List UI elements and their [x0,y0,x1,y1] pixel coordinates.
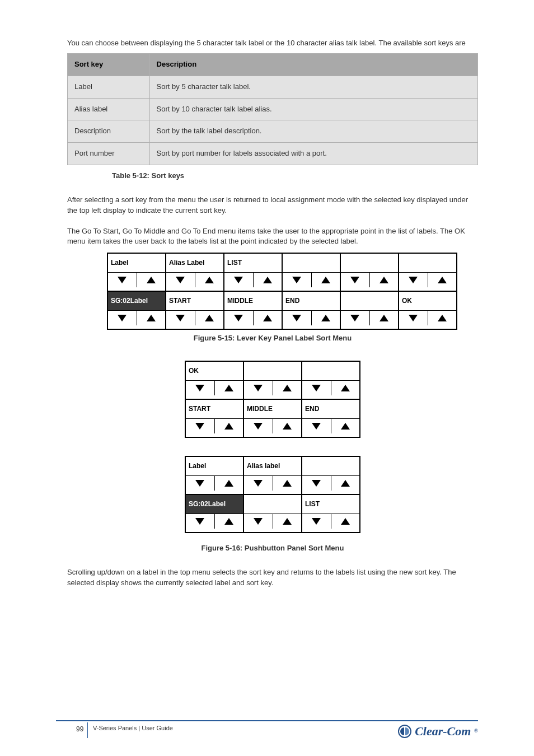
up-arrow-icon [438,315,447,321]
up-arrow-icon [341,423,350,430]
table-header-description: Description [149,53,477,76]
footer-doc-title: V-Series Panels | User Guide [93,725,173,732]
down-arrow-icon [234,277,243,283]
display-cell: Label [107,253,166,272]
up-arrow-icon [205,315,214,321]
up-arrow-icon [380,315,388,321]
up-arrow-icon [283,518,292,525]
figure-caption: Figure 5-15: Lever Key Panel Label Sort … [67,333,478,344]
down-arrow-icon [195,423,204,430]
down-arrow-icon [350,277,359,283]
up-arrow-icon [224,518,233,525]
down-arrow-icon [176,315,185,321]
paragraph: Scrolling up/down on a label in the top … [67,567,478,589]
down-arrow-icon [312,518,321,525]
display-cell [340,291,399,310]
table-cell: Description [68,120,150,143]
logo-icon [398,725,411,738]
display-cell [340,253,399,272]
up-arrow-icon [224,423,233,430]
display-cell [302,361,360,380]
logo-text: Clear-Com [415,722,471,740]
down-arrow-icon [312,480,321,487]
up-arrow-icon [438,277,447,283]
down-arrow-icon [292,315,301,321]
up-arrow-icon [341,518,350,525]
display-cell: MIDDLE [243,399,302,418]
table-row: Port number Sort by port number for labe… [68,143,478,165]
display-cell [399,253,457,272]
down-arrow-icon [118,315,127,321]
up-arrow-icon [321,315,330,321]
display-cell [282,253,340,272]
table-cell: Sort by port number for labels associate… [149,143,477,165]
footer-divider [87,722,88,738]
page-footer: 99 V-Series Panels | User Guide Clear-Co… [56,720,478,741]
pushbutton-display: OK START MIDDLE END [185,357,360,536]
down-arrow-icon [292,277,301,283]
up-arrow-icon [205,277,214,283]
display-cell: Alias label [243,456,302,475]
display-cell: END [302,399,360,418]
table-cell: Sort by the talk label description. [149,120,477,143]
up-arrow-icon [263,315,272,321]
display-cell: START [185,399,243,418]
down-arrow-icon [195,518,204,525]
display-cell: Alias Label [166,253,224,272]
display-cell [302,456,360,475]
display-cell: LIST [302,494,360,514]
table-header-sortkey: Sort key [68,53,150,76]
display-cell: LIST [224,253,282,272]
page-number: 99 [76,725,83,734]
brand-logo: Clear-Com® [398,722,478,740]
display-cell: OK [185,361,243,380]
down-arrow-icon [254,518,263,525]
table-cell: Sort by 5 character talk label. [149,76,477,98]
table-cell: Port number [68,143,150,165]
up-arrow-icon [147,277,156,283]
down-arrow-icon [234,315,243,321]
down-arrow-icon [195,385,204,391]
paragraph: The Go To Start, Go To Middle and Go To … [67,226,478,248]
table-row: Alias label Sort by 10 character talk la… [68,98,478,120]
table-caption: Table 5-12: Sort keys [112,171,478,181]
intro-paragraph: You can choose between displaying the 5 … [67,38,478,49]
up-arrow-icon [224,385,233,391]
down-arrow-icon [254,480,263,487]
down-arrow-icon [312,385,321,391]
up-arrow-icon [263,277,272,283]
up-arrow-icon [341,480,350,487]
up-arrow-icon [283,480,292,487]
table-cell: Label [68,76,150,98]
down-arrow-icon [350,315,359,321]
table-cell: Alias label [68,98,150,120]
up-arrow-icon [380,277,388,283]
figure-caption: Figure 5-16: Pushbutton Panel Sort Menu [67,543,478,554]
display-cell [243,494,302,514]
down-arrow-icon [254,423,263,430]
paragraph: After selecting a sort key from the menu… [67,195,478,216]
down-arrow-icon [254,385,263,391]
sort-keys-table: Sort key Description Label Sort by 5 cha… [67,53,478,165]
up-arrow-icon [224,480,233,487]
table-cell: Sort by 10 character talk label alias. [149,98,477,120]
display-cell-selected: SG:02Label [185,494,243,514]
display-cell [243,361,302,380]
up-arrow-icon [147,315,156,321]
display-cell: Label [185,456,243,475]
display-cell: START [166,291,224,310]
display-cell: OK [399,291,457,310]
table-row: Description Sort by the talk label descr… [68,120,478,143]
up-arrow-icon [321,277,330,283]
down-arrow-icon [409,315,418,321]
lever-key-display: Label Alias Label LIST SG:02Label START … [107,253,457,330]
table-row: Label Sort by 5 character talk label. [68,76,478,98]
display-cell: MIDDLE [224,291,282,310]
display-cell-selected: SG:02Label [107,291,166,310]
up-arrow-icon [341,385,350,391]
down-arrow-icon [312,423,321,430]
display-cell: END [282,291,340,310]
down-arrow-icon [176,277,185,283]
down-arrow-icon [195,480,204,487]
up-arrow-icon [283,423,292,430]
